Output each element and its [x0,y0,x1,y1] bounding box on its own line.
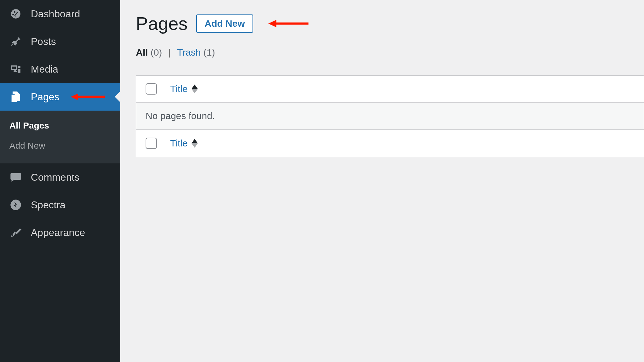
svg-marker-7 [192,139,198,143]
select-all-checkbox-top[interactable] [146,83,157,95]
pages-icon [9,90,22,103]
table-footer-row: Title [136,130,644,157]
table-header-row: Title [136,76,644,103]
filter-trash-label: Trash [177,47,201,58]
pin-icon [9,35,22,48]
sidebar-item-label: Comments [31,172,80,183]
annotation-arrow-sidebar [71,92,105,101]
appearance-icon [9,226,22,239]
svg-marker-8 [192,143,198,148]
comments-icon [9,171,22,184]
content-area: Pages Add New All (0) | Trash (1) Title [120,0,644,362]
annotation-arrow-add-new [268,19,309,28]
filter-all-count: (0) [151,47,162,58]
sidebar-item-appearance[interactable]: Appearance [0,219,120,246]
sidebar-item-label: Spectra [31,199,65,211]
empty-message: No pages found. [146,111,215,121]
svg-marker-1 [71,93,78,100]
sidebar-subitem-all-pages[interactable]: All Pages [0,116,120,136]
sidebar-item-spectra[interactable]: Spectra [0,191,120,219]
spectra-icon [9,199,22,211]
page-header: Pages Add New [136,13,644,35]
svg-marker-6 [192,89,198,93]
sort-icon [192,139,198,148]
admin-sidebar: Dashboard Posts Media Pages All Pages Ad… [0,0,120,362]
table-empty-row: No pages found. [136,103,644,130]
sidebar-item-dashboard[interactable]: Dashboard [0,0,120,28]
filter-trash[interactable]: Trash (1) [177,47,215,58]
sidebar-item-label: Dashboard [31,8,80,20]
column-footer-title[interactable]: Title [170,138,198,149]
add-new-button[interactable]: Add New [196,14,253,33]
sidebar-item-media[interactable]: Media [0,55,120,83]
filter-separator: | [165,47,174,58]
filter-all-label: All [136,47,148,58]
sidebar-item-label: Posts [31,36,56,47]
sidebar-submenu-pages: All Pages Add New [0,111,120,163]
filter-trash-count: (1) [203,47,215,58]
svg-marker-4 [268,20,276,27]
sort-icon [192,85,198,93]
sidebar-subitem-add-new[interactable]: Add New [0,136,120,156]
media-icon [9,63,22,75]
page-title: Pages [136,13,187,35]
dashboard-icon [9,8,22,20]
sidebar-item-label: Pages [31,91,59,103]
sidebar-item-label: Media [31,63,58,75]
view-filters: All (0) | Trash (1) [136,47,644,58]
sidebar-item-comments[interactable]: Comments [0,163,120,191]
column-title-label: Title [170,138,188,149]
select-all-checkbox-bottom[interactable] [146,138,157,149]
svg-marker-5 [192,85,198,89]
sidebar-item-label: Appearance [31,227,85,239]
sidebar-item-pages[interactable]: Pages [0,83,120,111]
pages-table: Title No pages found. Title [136,75,644,157]
sidebar-item-posts[interactable]: Posts [0,28,120,55]
column-header-title[interactable]: Title [170,84,198,94]
column-title-label: Title [170,84,188,94]
filter-all[interactable]: All (0) [136,47,162,58]
